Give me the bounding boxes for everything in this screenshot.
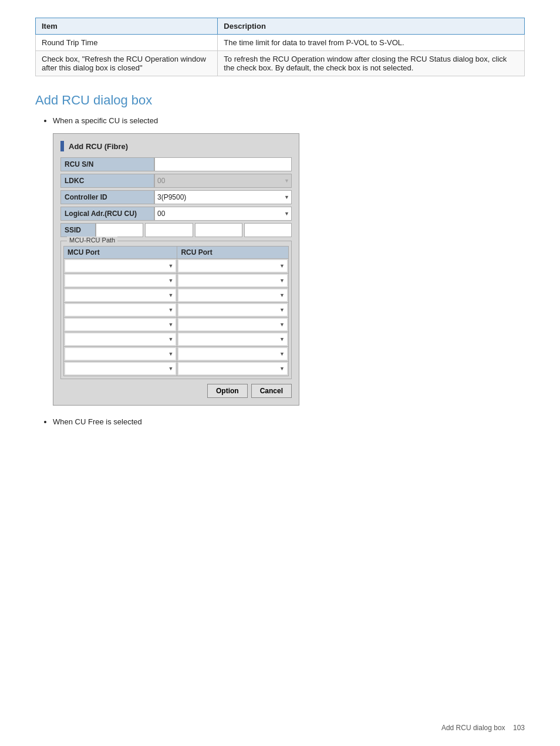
path-table-row [64, 259, 289, 274]
dialog-wrapper: Add RCU (Fibre) RCU S/N LDKC 00 Controll… [53, 133, 525, 406]
ssid-input-2[interactable] [145, 223, 193, 237]
path-section: MCU-RCU Path MCU Port RCU Port [60, 241, 292, 379]
table-cell-item: Round Trip Time [36, 35, 218, 51]
table-cell-item: Check box, "Refresh the RCU Operation wi… [36, 51, 218, 76]
controller-id-value: 3(P9500) [157, 193, 186, 201]
ldkc-value: 00 [157, 177, 165, 185]
path-cell-mcu [64, 288, 177, 303]
path-cell-rcu [177, 318, 289, 332]
path-col-rcu: RCU Port [177, 247, 289, 259]
path-table-row [64, 303, 289, 318]
path-cell-mcu [64, 259, 177, 274]
label-ldkc: LDKC [60, 174, 154, 188]
bullet-list: When a specific CU is selected [35, 116, 525, 125]
ssid-inputs [96, 223, 292, 237]
form-row-ldkc: LDKC 00 [60, 174, 292, 188]
form-row-rcu-sn: RCU S/N [60, 157, 292, 171]
table-row: Check box, "Refresh the RCU Operation wi… [36, 51, 525, 76]
path-cell-mcu [64, 274, 177, 288]
mcu-port-dropdown-2[interactable] [65, 289, 176, 301]
path-cell-mcu [64, 332, 177, 347]
page-footer: Add RCU dialog box 103 [441, 724, 525, 732]
rcu-port-dropdown-6[interactable] [178, 348, 287, 360]
path-cell-rcu [177, 259, 289, 274]
path-table-row [64, 274, 289, 288]
path-cell-rcu [177, 362, 289, 376]
dialog-title-text: Add RCU (Fibre) [69, 142, 128, 151]
table-header-description: Description [218, 18, 525, 35]
dialog-box: Add RCU (Fibre) RCU S/N LDKC 00 Controll… [53, 133, 299, 406]
path-table-row [64, 318, 289, 332]
table-row: Round Trip Time The time limit for data … [36, 35, 525, 51]
bullet-list-2: When CU Free is selected [35, 417, 525, 426]
ssid-input-3[interactable] [195, 223, 242, 237]
table-header-item: Item [36, 18, 218, 35]
label-logical-adr: Logical Adr.(RCU CU) [60, 207, 154, 221]
table-cell-description: The time limit for data to travel from P… [218, 35, 525, 51]
mcu-port-dropdown-4[interactable] [65, 319, 176, 330]
path-cell-rcu [177, 288, 289, 303]
input-rcu-sn[interactable] [154, 157, 292, 171]
bullet-item-2: When CU Free is selected [53, 417, 525, 426]
dialog-title-indicator [60, 141, 64, 151]
section-title: Add RCU dialog box [35, 93, 525, 108]
footer-page: 103 [513, 724, 525, 732]
info-table: Item Description Round Trip Time The tim… [35, 18, 525, 76]
label-controller-id: Controller ID [60, 190, 154, 204]
select-logical-adr[interactable]: 00 [154, 207, 292, 221]
rcu-port-dropdown-3[interactable] [178, 304, 287, 316]
bullet-item-1: When a specific CU is selected [53, 116, 525, 125]
mcu-port-dropdown-5[interactable] [65, 333, 176, 345]
select-ldkc[interactable]: 00 [154, 174, 292, 188]
path-cell-rcu [177, 303, 289, 318]
option-button[interactable]: Option [207, 384, 248, 398]
rcu-port-dropdown-5[interactable] [178, 333, 287, 345]
dialog-buttons: Option Cancel [60, 384, 292, 398]
mcu-port-dropdown-7[interactable] [65, 363, 176, 374]
mcu-port-dropdown-6[interactable] [65, 348, 176, 360]
table-cell-description: To refresh the RCU Operation window afte… [218, 51, 525, 76]
path-cell-rcu [177, 332, 289, 347]
footer-text: Add RCU dialog box [441, 724, 505, 732]
path-cell-mcu [64, 318, 177, 332]
cancel-button[interactable]: Cancel [251, 384, 292, 398]
path-table-row [64, 362, 289, 376]
mcu-port-dropdown-3[interactable] [65, 304, 176, 316]
path-table-row [64, 288, 289, 303]
form-row-controller-id: Controller ID 3(P9500) [60, 190, 292, 204]
path-table: MCU Port RCU Port [63, 246, 289, 376]
ssid-input-1[interactable] [96, 223, 143, 237]
path-col-mcu: MCU Port [64, 247, 177, 259]
rcu-port-dropdown-0[interactable] [178, 260, 287, 272]
ssid-input-4[interactable] [244, 223, 292, 237]
ssid-row: SSID [60, 223, 292, 237]
path-cell-mcu [64, 362, 177, 376]
mcu-port-dropdown-1[interactable] [65, 275, 176, 286]
label-ssid: SSID [60, 223, 96, 237]
path-section-legend: MCU-RCU Path [67, 237, 117, 244]
form-row-logical-adr: Logical Adr.(RCU CU) 00 [60, 207, 292, 221]
rcu-port-dropdown-4[interactable] [178, 319, 287, 330]
mcu-port-dropdown-0[interactable] [65, 260, 176, 272]
rcu-port-dropdown-7[interactable] [178, 363, 287, 374]
path-cell-mcu [64, 347, 177, 362]
select-controller-id[interactable]: 3(P9500) [154, 190, 292, 204]
dialog-title-bar: Add RCU (Fibre) [60, 141, 292, 151]
path-cell-mcu [64, 303, 177, 318]
path-cell-rcu [177, 274, 289, 288]
logical-adr-value: 00 [157, 210, 165, 218]
path-table-row [64, 347, 289, 362]
path-table-row [64, 332, 289, 347]
rcu-port-dropdown-1[interactable] [178, 275, 287, 286]
rcu-port-dropdown-2[interactable] [178, 289, 287, 301]
label-rcu-sn: RCU S/N [60, 157, 154, 171]
path-cell-rcu [177, 347, 289, 362]
